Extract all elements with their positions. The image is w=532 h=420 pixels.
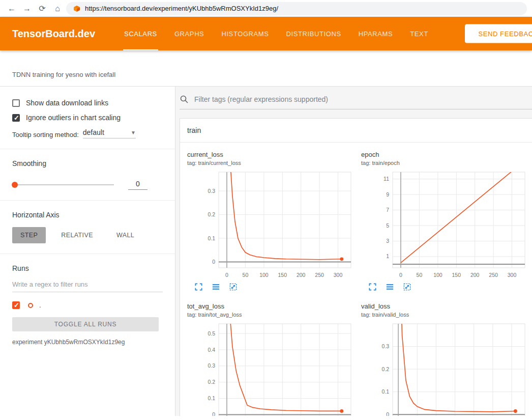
chart-title: epoch xyxy=(361,151,530,158)
expand-chart-icon[interactable] xyxy=(368,283,377,291)
chart-toolbar xyxy=(194,283,356,291)
svg-text:150: 150 xyxy=(278,272,287,278)
svg-text:100: 100 xyxy=(259,272,269,278)
chart-plot[interactable]: 0501001502002503001357911 xyxy=(361,169,529,281)
tab-scalars[interactable]: SCALARS xyxy=(115,17,166,50)
svg-text:1: 1 xyxy=(386,253,389,259)
ignore-outliers-checkbox[interactable] xyxy=(12,114,20,122)
runs-list-icon[interactable] xyxy=(386,283,394,291)
svg-text:7: 7 xyxy=(386,207,389,213)
chart-title: valid_loss xyxy=(361,302,530,310)
chart-tag: tag: train/epoch xyxy=(361,160,530,166)
svg-text:0: 0 xyxy=(399,272,402,278)
url-text: https://tensorboard.dev/experiment/yKUbh… xyxy=(85,5,278,12)
chart-plot[interactable]: 05010015020025030000.10.20.3 xyxy=(187,169,355,281)
svg-text:250: 250 xyxy=(315,272,324,278)
svg-text:0.3: 0.3 xyxy=(381,343,389,349)
charts-grid: current_loss tag: train/current_loss 050… xyxy=(180,143,532,416)
show-download-links-label: Show data download links xyxy=(26,99,108,107)
chart-title: tot_avg_loss xyxy=(187,302,356,310)
svg-text:5: 5 xyxy=(386,222,389,229)
svg-text:0.3: 0.3 xyxy=(208,188,215,194)
back-icon[interactable]: ← xyxy=(5,2,18,15)
show-download-links-row: Show data download links xyxy=(12,99,163,107)
axis-step-button[interactable]: STEP xyxy=(12,227,46,243)
settings-sidebar: Show data download links Ignore outliers… xyxy=(0,87,175,416)
run-checkbox[interactable] xyxy=(12,301,20,309)
chart-plot[interactable]: 05010015020025030000.10.20.30.40.5 xyxy=(187,321,355,416)
tooltip-sorting-row: Tooltip sorting method: default ▼ xyxy=(12,128,163,138)
fit-domain-icon[interactable] xyxy=(229,283,238,291)
svg-text:0.3: 0.3 xyxy=(208,362,215,369)
tab-text[interactable]: TEXT xyxy=(401,17,437,50)
svg-text:0.5: 0.5 xyxy=(208,330,215,337)
runs-list-icon[interactable] xyxy=(212,283,220,291)
svg-text:150: 150 xyxy=(452,272,461,278)
chart-tag: tag: train/tot_avg_loss xyxy=(187,312,356,318)
ignore-outliers-label: Ignore outliers in chart scaling xyxy=(26,114,121,122)
svg-text:0.1: 0.1 xyxy=(381,388,389,395)
chevron-down-icon: ▼ xyxy=(131,130,136,135)
tab-histograms[interactable]: HISTOGRAMS xyxy=(213,17,277,50)
toggle-all-runs-button[interactable]: TOGGLE ALL RUNS xyxy=(12,317,159,331)
browser-chrome: ← → ⟳ ⌂ https://tensorboard.dev/experime… xyxy=(0,0,532,17)
chart-card: current_loss tag: train/current_loss 050… xyxy=(187,151,356,291)
send-feedback-button[interactable]: SEND FEEDBACK xyxy=(465,24,532,43)
horizontal-axis-label: Horizontal Axis xyxy=(12,211,163,219)
header-tabs: SCALARS GRAPHS HISTOGRAMS DISTRIBUTIONS … xyxy=(115,17,437,50)
fit-domain-icon[interactable] xyxy=(403,283,411,291)
svg-text:9: 9 xyxy=(386,191,389,198)
tooltip-sorting-dropdown[interactable]: default ▼ xyxy=(83,128,136,138)
show-download-links-checkbox[interactable] xyxy=(12,99,20,107)
svg-text:50: 50 xyxy=(417,272,423,278)
main-panel: train current_loss tag: train/current_lo… xyxy=(175,87,532,416)
chart-plot[interactable]: 5010015020025030000.10.20.3 xyxy=(361,321,529,416)
svg-text:200: 200 xyxy=(297,272,306,278)
svg-text:100: 100 xyxy=(433,272,442,278)
train-section-header[interactable]: train xyxy=(180,119,532,143)
svg-text:50: 50 xyxy=(243,272,249,278)
general-settings-section: Show data download links Ignore outliers… xyxy=(0,87,175,149)
run-list-item: . xyxy=(12,301,163,309)
svg-text:0: 0 xyxy=(212,259,215,265)
tab-distributions[interactable]: DISTRIBUTIONS xyxy=(278,17,350,50)
svg-text:0.4: 0.4 xyxy=(208,347,215,353)
svg-text:0.2: 0.2 xyxy=(381,366,389,372)
svg-text:200: 200 xyxy=(470,272,480,278)
expand-chart-icon[interactable] xyxy=(194,283,203,291)
home-icon[interactable]: ⌂ xyxy=(51,2,64,15)
svg-text:0.2: 0.2 xyxy=(208,211,215,217)
tab-hparams[interactable]: HPARAMS xyxy=(350,17,402,50)
tensorboard-favicon-icon xyxy=(73,5,80,12)
svg-text:300: 300 xyxy=(508,272,517,278)
reload-icon[interactable]: ⟳ xyxy=(36,2,49,15)
smoothing-slider-row xyxy=(12,180,163,190)
horizontal-axis-section: Horizontal Axis STEP RELATIVE WALL xyxy=(0,201,175,254)
brand-title: TensorBoard.dev xyxy=(12,28,95,40)
tab-graphs[interactable]: GRAPHS xyxy=(166,17,213,50)
address-bar[interactable]: https://tensorboard.dev/experiment/yKUbh… xyxy=(66,2,527,15)
tooltip-sorting-value: default xyxy=(83,128,104,136)
smoothing-slider[interactable] xyxy=(12,184,114,185)
search-icon xyxy=(180,95,189,104)
ignore-outliers-row: Ignore outliers in chart scaling xyxy=(12,114,163,122)
chart-card: tot_avg_loss tag: train/tot_avg_loss 050… xyxy=(187,302,356,416)
smoothing-slider-thumb[interactable] xyxy=(12,182,18,188)
chart-card: epoch tag: train/epoch 05010015020025030… xyxy=(361,151,530,291)
tag-filter-row xyxy=(180,95,532,109)
runs-filter-input[interactable] xyxy=(12,281,163,292)
svg-text:3: 3 xyxy=(386,238,389,244)
svg-text:0.1: 0.1 xyxy=(208,395,215,401)
smoothing-section: Smoothing xyxy=(0,149,175,201)
chart-toolbar xyxy=(368,283,530,291)
chart-title: current_loss xyxy=(187,151,356,158)
smoothing-value-input[interactable] xyxy=(128,180,147,190)
svg-text:300: 300 xyxy=(334,272,343,278)
chart-tag: tag: train/valid_loss xyxy=(361,312,530,318)
tag-filter-input[interactable] xyxy=(193,95,532,104)
axis-relative-button[interactable]: RELATIVE xyxy=(53,227,101,243)
tooltip-sorting-label: Tooltip sorting method: xyxy=(12,131,79,138)
svg-text:11: 11 xyxy=(383,176,389,182)
forward-icon[interactable]: → xyxy=(20,2,34,15)
axis-wall-button[interactable]: WALL xyxy=(108,227,142,243)
